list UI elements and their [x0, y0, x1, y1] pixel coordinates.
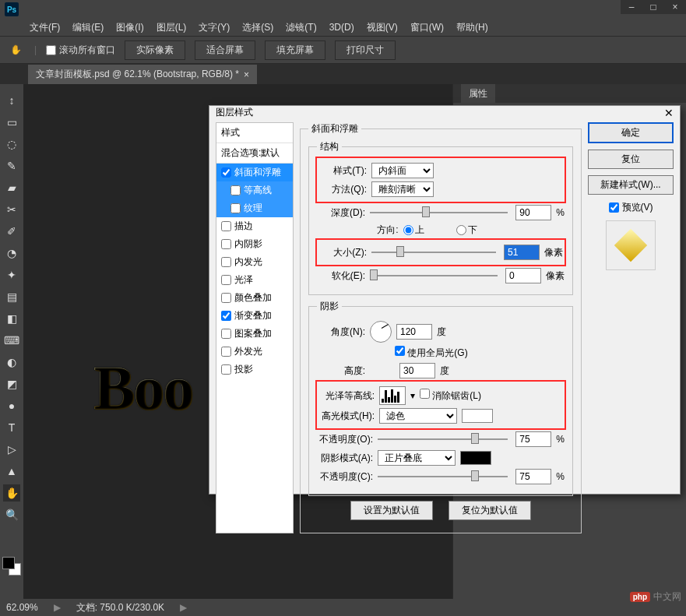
antialias-checkbox[interactable]: 消除锯齿(L): [420, 389, 481, 403]
foreground-color[interactable]: [2, 557, 15, 569]
tool-dodge[interactable]: ◩: [3, 375, 20, 392]
style-inner-glow[interactable]: 内发光: [216, 253, 293, 271]
menu-edit[interactable]: 编辑(E): [66, 21, 110, 34]
actual-pixels-button[interactable]: 实际像素: [125, 40, 185, 60]
tool-eyedropper[interactable]: ✂: [3, 201, 20, 218]
menu-select[interactable]: 选择(S): [236, 21, 280, 34]
highlight-opacity-slider[interactable]: [378, 432, 508, 446]
preview-checkbox[interactable]: 预览(V): [588, 201, 674, 214]
style-header[interactable]: 样式: [216, 123, 293, 143]
ok-button[interactable]: 确定: [588, 122, 674, 143]
menu-type[interactable]: 文字(Y): [192, 21, 236, 34]
highlight-mode-select[interactable]: 滤色: [379, 408, 457, 424]
direction-up-radio[interactable]: 上: [403, 224, 452, 237]
document-tab-close-icon[interactable]: ×: [244, 69, 249, 80]
style-pattern-overlay[interactable]: 图案叠加: [216, 325, 293, 343]
menu-filter[interactable]: 滤镜(T): [280, 21, 322, 34]
menu-window[interactable]: 窗口(W): [404, 21, 450, 34]
contour-dropdown-icon[interactable]: ▾: [410, 390, 415, 401]
tool-stamp[interactable]: ✦: [3, 266, 20, 283]
tool-pen[interactable]: ●: [3, 397, 20, 414]
tool-hand[interactable]: ✋: [3, 484, 20, 502]
tool-path[interactable]: ▷: [3, 441, 20, 458]
tool-history[interactable]: ▤: [3, 288, 20, 305]
style-stroke[interactable]: 描边: [216, 217, 293, 235]
document-tab-title: 文章封面模板.psd @ 62.1% (Bootstrap, RGB/8) *: [36, 68, 239, 81]
highlight-color-swatch[interactable]: [462, 409, 493, 423]
fit-screen-button[interactable]: 适合屏幕: [195, 40, 255, 60]
shadow-opacity-input[interactable]: [515, 469, 551, 484]
preview-thumbnail: [606, 220, 656, 270]
document-info[interactable]: 文档: 750.0 K/230.0K: [76, 601, 164, 614]
dialog-close-icon[interactable]: ✕: [664, 107, 674, 119]
soften-slider[interactable]: [370, 269, 498, 283]
zoom-level[interactable]: 62.09%: [6, 602, 38, 613]
style-contour[interactable]: 等高线: [216, 181, 293, 199]
properties-tab[interactable]: 属性: [461, 84, 495, 104]
style-gradient-overlay[interactable]: 渐变叠加: [216, 307, 293, 325]
minimize-button[interactable]: –: [621, 0, 642, 14]
depth-slider[interactable]: [370, 206, 508, 220]
hand-tool-icon[interactable]: ✋: [6, 40, 25, 59]
tool-type[interactable]: T: [3, 419, 20, 436]
soften-label: 软化(E):: [317, 269, 365, 283]
make-default-button[interactable]: 设置为默认值: [350, 501, 433, 520]
tool-move[interactable]: ↕: [3, 92, 20, 109]
menu-3d[interactable]: 3D(D): [323, 22, 361, 33]
size-slider[interactable]: [371, 245, 496, 259]
style-satin[interactable]: 光泽: [216, 271, 293, 289]
print-size-button[interactable]: 打印尺寸: [335, 40, 396, 60]
scroll-all-windows-checkbox[interactable]: 滚动所有窗口: [46, 44, 115, 57]
color-swatches[interactable]: [2, 557, 15, 569]
tool-wand[interactable]: ✎: [3, 157, 20, 174]
menu-view[interactable]: 视图(V): [361, 21, 404, 34]
shadow-mode-select[interactable]: 正片叠底: [378, 450, 456, 466]
style-select[interactable]: 内斜面: [371, 163, 434, 178]
fill-screen-button[interactable]: 填充屏幕: [265, 40, 325, 60]
tool-marquee[interactable]: ▭: [3, 114, 20, 131]
layer-style-dialog: 图层样式 ✕ 样式 混合选项:默认 斜面和浮雕 等高线 纹理 描边 内阴影 内发…: [209, 105, 681, 495]
global-light-checkbox[interactable]: 使用全局光(G): [395, 346, 468, 360]
shadow-opacity-slider[interactable]: [378, 470, 508, 484]
tool-heal[interactable]: ✐: [3, 223, 20, 240]
size-input[interactable]: [504, 245, 540, 260]
direction-down-radio[interactable]: 下: [456, 224, 505, 237]
altitude-input[interactable]: [399, 363, 435, 378]
dialog-titlebar[interactable]: 图层样式 ✕: [209, 106, 680, 119]
tool-lasso[interactable]: ◌: [3, 136, 20, 153]
dialog-bottom-buttons: 设置为默认值 复位为默认值: [308, 496, 573, 525]
reset-default-button[interactable]: 复位为默认值: [449, 501, 531, 520]
blend-options-item[interactable]: 混合选项:默认: [216, 143, 293, 164]
menu-file[interactable]: 文件(F): [23, 21, 66, 34]
shading-legend: 阴影: [317, 300, 342, 313]
menu-image[interactable]: 图像(I): [110, 21, 150, 34]
shadow-color-swatch[interactable]: [460, 451, 491, 465]
style-color-overlay[interactable]: 颜色叠加: [216, 289, 293, 307]
close-button[interactable]: ×: [664, 0, 686, 14]
new-style-button[interactable]: 新建样式(W)...: [588, 175, 674, 195]
tool-crop[interactable]: ▰: [3, 179, 20, 196]
tool-gradient[interactable]: ⌨: [3, 332, 20, 349]
style-texture[interactable]: 纹理: [216, 199, 293, 217]
menu-help[interactable]: 帮助(H): [450, 21, 494, 34]
tool-brush[interactable]: ◔: [3, 245, 20, 262]
angle-input[interactable]: [396, 324, 432, 340]
cancel-button[interactable]: 复位: [588, 150, 674, 169]
depth-input[interactable]: [515, 205, 551, 220]
style-bevel-emboss[interactable]: 斜面和浮雕: [216, 164, 293, 181]
tool-zoom[interactable]: 🔍: [3, 506, 20, 523]
highlight-opacity-input[interactable]: [515, 431, 551, 447]
style-inner-shadow[interactable]: 内阴影: [216, 235, 293, 253]
document-tab[interactable]: 文章封面模板.psd @ 62.1% (Bootstrap, RGB/8) * …: [28, 65, 257, 84]
technique-select[interactable]: 雕刻清晰: [371, 181, 434, 197]
tool-eraser[interactable]: ◧: [3, 310, 20, 327]
gloss-contour-picker[interactable]: [379, 386, 406, 405]
maximize-button[interactable]: □: [642, 0, 664, 14]
style-drop-shadow[interactable]: 投影: [216, 361, 293, 378]
style-outer-glow[interactable]: 外发光: [216, 343, 293, 361]
angle-dial[interactable]: [370, 321, 392, 343]
tool-shape[interactable]: ▲: [3, 463, 20, 480]
soften-input[interactable]: [505, 268, 541, 283]
menu-layer[interactable]: 图层(L): [150, 21, 193, 34]
tool-blur[interactable]: ◐: [3, 354, 20, 371]
